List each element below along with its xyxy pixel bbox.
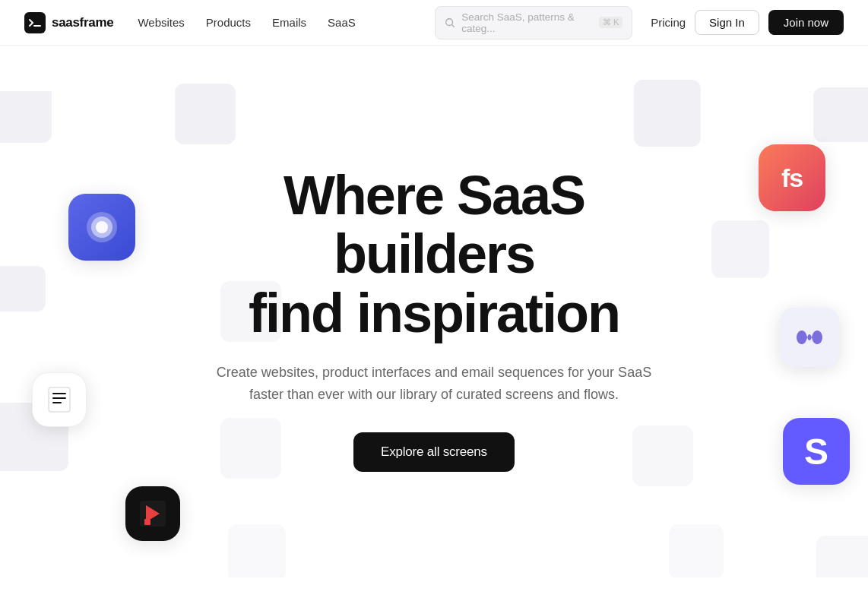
- svg-rect-5: [49, 387, 70, 412]
- framer-app-icon: [125, 486, 180, 541]
- logo[interactable]: saasframe: [24, 12, 113, 33]
- search-placeholder: Search SaaS, patterns & categ...: [461, 11, 593, 34]
- meta-app-icon: [780, 308, 839, 367]
- notion-logo: [43, 383, 76, 416]
- svg-point-2: [87, 212, 117, 242]
- stripe-app-icon: S: [783, 418, 850, 485]
- website-pages-section: Website Pages: [0, 577, 868, 601]
- linear-app-icon: [68, 194, 135, 261]
- pricing-button[interactable]: Pricing: [651, 16, 686, 29]
- svg-marker-7: [146, 505, 160, 522]
- fs-app-icon: fs: [759, 144, 825, 211]
- notion-app-icon: [32, 372, 87, 427]
- nav-links: Websites Products Emails SaaS: [138, 16, 355, 29]
- nav-saas[interactable]: SaaS: [328, 16, 356, 29]
- explore-button[interactable]: Explore all screens: [353, 432, 515, 472]
- svg-point-4: [96, 221, 108, 233]
- search-shortcut: ⌘ K: [599, 17, 622, 28]
- svg-point-3: [91, 217, 112, 238]
- nav-actions: Pricing Sign In Join now: [651, 10, 844, 35]
- search-bar[interactable]: Search SaaS, patterns & categ... ⌘ K: [435, 6, 632, 40]
- fs-label: fs: [781, 163, 803, 193]
- hero-title-line1: Where SaaS builders: [284, 165, 584, 285]
- svg-rect-6: [140, 501, 166, 527]
- svg-rect-8: [144, 519, 150, 525]
- nav-emails[interactable]: Emails: [272, 16, 306, 29]
- joinnow-button[interactable]: Join now: [768, 10, 844, 35]
- svg-rect-0: [24, 12, 46, 33]
- nav-websites[interactable]: Websites: [138, 16, 184, 29]
- hero-title: Where SaaS builders find inspiration: [183, 166, 685, 343]
- logo-text: saasframe: [52, 15, 113, 30]
- hero-subtitle: Create websites, product interfaces and …: [214, 362, 654, 406]
- linear-logo: [81, 207, 122, 248]
- hero-content: Where SaaS builders find inspiration Cre…: [168, 166, 700, 473]
- hero-section: fs S Where SaaS builders find inspiratio…: [0, 46, 868, 577]
- stripe-label: S: [804, 431, 828, 473]
- logo-icon: [24, 12, 46, 33]
- signin-button[interactable]: Sign In: [695, 10, 759, 35]
- nav-products[interactable]: Products: [206, 16, 251, 29]
- search-icon: [445, 17, 455, 28]
- meta-logo: [789, 317, 830, 358]
- hero-title-line2: find inspiration: [249, 283, 619, 343]
- navbar: saasframe Websites Products Emails SaaS …: [0, 0, 868, 46]
- framer-logo: [137, 498, 169, 530]
